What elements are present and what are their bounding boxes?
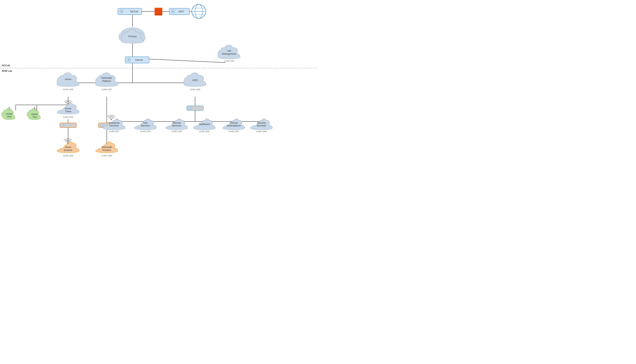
home-one-cloud: Home One xyxy=(2,107,15,120)
home-label: Home xyxy=(65,78,72,80)
svg-point-79 xyxy=(111,119,112,120)
remote-services-cloud: Remote Services VLAN 1329 xyxy=(166,119,188,132)
nccoe-node: NCCoE xyxy=(118,8,142,15)
nist-node: NIST xyxy=(169,8,190,15)
hdo-wifi-icon xyxy=(107,115,116,120)
home-two-cloud: Home Two xyxy=(27,107,40,120)
svg-rect-37 xyxy=(154,12,162,13)
svg-rect-38 xyxy=(154,13,158,15)
lab-management-cloud: Lab Management VLAN 1315 xyxy=(218,45,240,62)
home-enclave-vlan: VLAN 1350 xyxy=(63,154,73,157)
svg-rect-39 xyxy=(159,13,162,15)
telehealth-enclave-label2: Enclave xyxy=(102,149,111,152)
home-one-label: Home xyxy=(6,112,12,115)
databases-cloud: Databases VLAN 1330 xyxy=(193,119,215,132)
svg-point-32 xyxy=(121,11,122,12)
svg-point-72 xyxy=(63,124,64,126)
home-enclave-label: Home xyxy=(65,146,72,148)
home-three-cloud: Home Three VLAN 1332 xyxy=(57,100,79,118)
clinical-workstations-label: Clinical xyxy=(230,122,238,124)
nccoe-label: NCCoE xyxy=(130,10,138,13)
svg-rect-36 xyxy=(159,10,162,11)
home-router-box xyxy=(60,123,76,128)
hdo-vlan: VLAN 1316 xyxy=(190,88,200,90)
home-two-label: Home xyxy=(32,113,38,116)
security-services-vlan: VLAN 1348 xyxy=(256,130,266,132)
nist-label: NIST xyxy=(178,10,184,13)
lab-management-vlan: VLAN 1315 xyxy=(224,60,234,62)
clinical-workstations-vlan: VLAN 1347 xyxy=(228,130,239,132)
home-three-label2: Three xyxy=(65,110,71,113)
svg-line-6 xyxy=(146,59,226,62)
internal-label: Internal xyxy=(135,58,143,61)
home-two-label2: Two xyxy=(32,116,37,118)
telehealth-platform-cloud: Telehealth Platform VLAN 1317 xyxy=(96,73,118,90)
svg-point-75 xyxy=(102,124,103,126)
telehealth-enclave-cloud: Telehealth Enclave VLAN 1349 xyxy=(96,142,118,157)
telehealth-platform-label2: Platform xyxy=(102,80,111,82)
telehealth-enclave-label: Telehealth xyxy=(101,146,112,148)
databases-label: Databases xyxy=(198,123,210,126)
databases-vlan: VLAN 1330 xyxy=(199,130,210,132)
security-services-label: Security xyxy=(257,122,266,124)
firewall-node xyxy=(154,8,162,16)
home-three-vlan: VLAN 1332 xyxy=(63,116,73,118)
remote-services-vlan: VLAN 1329 xyxy=(172,130,182,132)
clinical-workstations-label2: Workstations xyxy=(227,124,241,127)
internal-node: Internal xyxy=(125,57,149,63)
telehealth-platform-vlan: VLAN 1317 xyxy=(102,88,112,90)
his-services-cloud: HIS Services VLAN 1328 xyxy=(134,119,156,132)
network-diagram: NCCoE RPM Lab xyxy=(0,0,318,182)
nccoe-section-label: NCCoE xyxy=(2,64,10,67)
telehealth-enclave-vlan: VLAN 1349 xyxy=(102,154,112,157)
security-services-cloud: Security Services VLAN 1348 xyxy=(250,119,272,132)
telehealth-platform-label: Telehealth xyxy=(101,76,112,79)
enterprise-services-label2: Services xyxy=(110,124,119,127)
his-services-label2: Services xyxy=(141,124,150,127)
rpm-lab-section-label: RPM Lab xyxy=(2,70,12,72)
lab-management-label2: Management xyxy=(222,52,236,55)
his-services-label: HIS xyxy=(143,122,148,124)
hdo-router-box xyxy=(187,106,203,110)
his-services-vlan: VLAN 1328 xyxy=(140,130,150,132)
home-enclave-cloud: Home Enclave VLAN 1350 xyxy=(57,139,79,157)
internet-globe xyxy=(192,4,206,18)
home-cloud: Home VLAN 1318 xyxy=(57,73,79,90)
svg-point-42 xyxy=(172,11,174,12)
remote-services-label2: Services xyxy=(172,124,181,127)
enterprise-services-vlan: VLAN 1327 xyxy=(109,130,119,132)
primary-cloud: Primary xyxy=(119,28,146,43)
svg-point-54 xyxy=(128,59,130,60)
security-services-label2: Services xyxy=(257,124,266,127)
lab-management-label: Lab xyxy=(227,49,231,52)
remote-services-label: Remote xyxy=(172,122,181,124)
home-three-label: Home xyxy=(65,107,72,110)
svg-rect-35 xyxy=(154,10,158,11)
svg-rect-34 xyxy=(154,8,162,9)
hdo-cloud: HDO VLAN 1316 xyxy=(184,73,206,90)
home-one-label2: One xyxy=(7,115,12,118)
primary-label: Primary xyxy=(128,35,137,38)
svg-point-78 xyxy=(190,108,191,108)
enterprise-services-cloud: Enterprise Services VLAN 1327 xyxy=(103,119,125,132)
enterprise-services-label: Enterprise xyxy=(108,122,120,124)
hdo-label: HDO xyxy=(192,79,198,82)
home-vlan: VLAN 1318 xyxy=(63,88,73,90)
home-enclave-label2: Enclave xyxy=(64,149,72,152)
clinical-workstations-cloud: Clinical Workstations VLAN 1347 xyxy=(223,119,245,132)
